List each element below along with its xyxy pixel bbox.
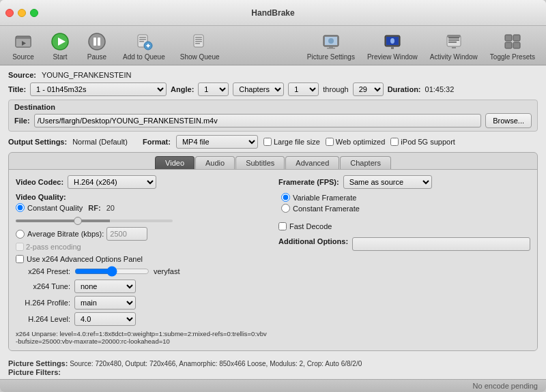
svg-rect-27 <box>391 47 394 49</box>
title-bar: HandBrake <box>0 0 546 26</box>
svg-rect-16 <box>195 39 202 40</box>
show-queue-label: Show Queue <box>180 53 220 61</box>
avg-bitrate-radio-label[interactable]: Average Bitrate (kbps): <box>16 227 268 241</box>
codec-label: Video Codec: <box>16 178 63 186</box>
additional-options-input[interactable] <box>352 237 530 251</box>
file-row: File: Browse... <box>14 113 532 128</box>
fast-decode-text: Fast Decode <box>289 222 332 230</box>
variable-framerate-label[interactable]: Variable Framerate <box>281 193 530 202</box>
constant-quality-radio-label[interactable]: Constant Quality RF: 20 <box>16 203 268 212</box>
ipod-text: iPod 5G support <box>401 138 455 146</box>
constant-quality-radio[interactable] <box>16 203 25 212</box>
toolbar-picture-settings[interactable]: Picture Settings <box>302 28 360 63</box>
status-text: No encode pending <box>473 382 538 390</box>
toolbar-show-queue[interactable]: Show Queue <box>173 28 227 63</box>
source-label: Source <box>12 53 34 61</box>
avg-bitrate-radio[interactable] <box>16 230 25 239</box>
toolbar-preview-window[interactable]: Preview Window <box>362 28 423 63</box>
toolbar-toggle-presets[interactable]: Toggle Presets <box>485 28 541 63</box>
window-controls <box>5 9 38 17</box>
bottom-info: Picture Settings: Source: 720x480, Outpu… <box>0 357 546 379</box>
window-title: HandBrake <box>251 8 294 18</box>
x264-options-label: Use x264 Advanced Options Panel <box>27 255 143 263</box>
h264-level-select[interactable]: 4.0 <box>74 312 136 326</box>
picture-settings-info-label: Picture Settings: <box>8 359 68 367</box>
two-pass-checkbox[interactable] <box>16 243 24 251</box>
show-queue-icon <box>189 31 211 52</box>
fast-decode-checkbox[interactable] <box>278 222 287 230</box>
right-column: Framerate (FPS): Same as source Variable… <box>278 175 530 345</box>
svg-point-4 <box>89 33 105 50</box>
minimize-button[interactable] <box>18 9 26 17</box>
angle-select[interactable]: 1 <box>198 82 229 96</box>
fast-decode-row[interactable]: Fast Decode <box>278 222 530 230</box>
x264-options-row: Use x264 Advanced Options Panel <box>16 255 268 263</box>
tab-advanced[interactable]: Advanced <box>285 156 339 169</box>
large-file-checkbox[interactable] <box>263 138 272 146</box>
x264-preset-slider[interactable] <box>74 266 149 277</box>
svg-rect-15 <box>195 37 202 38</box>
constant-quality-text: Constant Quality <box>27 204 83 212</box>
file-input[interactable] <box>34 114 482 127</box>
ipod-checkbox[interactable] <box>390 138 399 146</box>
toolbar-right: Picture Settings Preview Window <box>302 28 541 63</box>
codec-select[interactable]: H.264 (x264) <box>68 175 156 189</box>
toolbar: Source Start Pause <box>0 26 546 65</box>
h264-level-label: H.264 Level: <box>16 315 70 323</box>
svg-rect-23 <box>327 48 335 49</box>
svg-rect-18 <box>195 43 200 44</box>
x264-tune-label: x264 Tune: <box>16 282 70 290</box>
duration-value: 01:45:32 <box>425 85 455 93</box>
chapters-type-select[interactable]: Chapters <box>233 82 284 96</box>
large-file-label[interactable]: Large file size <box>263 138 320 146</box>
format-select[interactable]: MP4 file <box>176 135 258 149</box>
source-label: Source: <box>8 71 36 79</box>
web-opt-label[interactable]: Web optimized <box>326 138 386 146</box>
chapter-from-select[interactable]: 1 <box>288 82 319 96</box>
rf-label: RF: <box>88 204 100 212</box>
tab-chapters[interactable]: Chapters <box>340 156 391 169</box>
output-settings-row: Output Settings: Normal (Default) Format… <box>8 135 538 149</box>
toolbar-add-queue[interactable]: Add to Queue <box>116 28 172 63</box>
add-queue-icon <box>133 31 155 52</box>
h264-profile-select[interactable]: main <box>74 296 136 310</box>
picture-filters-info: Picture Filters: <box>8 368 538 376</box>
constant-framerate-label[interactable]: Constant Framerate <box>281 204 530 213</box>
svg-rect-9 <box>139 39 146 40</box>
x264-tune-select[interactable]: none <box>74 280 136 293</box>
chapter-to-select[interactable]: 29 <box>353 82 384 96</box>
toolbar-start[interactable]: Start <box>42 28 78 63</box>
output-settings-label: Output Settings: <box>8 138 67 146</box>
tab-subtitles[interactable]: Subtitles <box>235 156 285 169</box>
bitrate-input[interactable] <box>106 227 147 241</box>
constant-framerate-radio[interactable] <box>281 204 290 213</box>
fps-select[interactable]: Same as source <box>343 175 432 189</box>
tab-audio[interactable]: Audio <box>195 156 235 169</box>
variable-framerate-radio[interactable] <box>281 193 290 202</box>
picture-settings-label: Picture Settings <box>307 53 355 61</box>
toolbar-activity-window[interactable]: Activity Window <box>425 28 483 63</box>
browse-button[interactable]: Browse... <box>485 113 532 128</box>
maximize-button[interactable] <box>30 9 38 17</box>
additional-options-label: Additional Options: <box>278 237 348 245</box>
pause-label: Pause <box>87 53 106 61</box>
web-opt-checkbox[interactable] <box>326 138 334 146</box>
activity-window-label: Activity Window <box>430 53 478 61</box>
svg-rect-17 <box>195 41 202 42</box>
close-button[interactable] <box>5 9 14 17</box>
tab-bar: Video Audio Subtitles Advanced Chapters <box>9 153 537 169</box>
title-select[interactable]: 1 - 01h45m32s <box>30 82 167 96</box>
add-queue-label: Add to Queue <box>123 53 165 61</box>
x264-section: Use x264 Advanced Options Panel x264 Pre… <box>16 255 268 345</box>
tab-video[interactable]: Video <box>155 156 195 169</box>
constant-framerate-text: Constant Framerate <box>293 205 360 213</box>
toolbar-pause[interactable]: Pause <box>79 28 115 63</box>
toolbar-source[interactable]: Source <box>5 28 41 63</box>
quality-slider[interactable] <box>16 220 173 222</box>
format-label: Format: <box>143 138 171 146</box>
ipod-label[interactable]: iPod 5G support <box>390 138 455 146</box>
svg-rect-36 <box>505 42 512 48</box>
toggle-presets-label: Toggle Presets <box>490 53 535 61</box>
x264-options-checkbox[interactable] <box>16 255 24 263</box>
x264-preset-row: x264 Preset: veryfast veryfast <box>16 266 268 277</box>
